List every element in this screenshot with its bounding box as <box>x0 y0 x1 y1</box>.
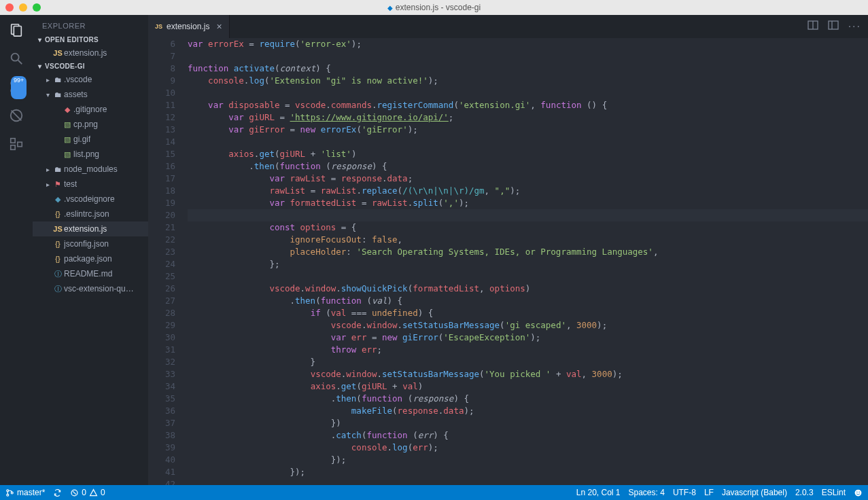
tree-item-assets[interactable]: ▾🖿assets <box>33 87 148 102</box>
editor-layout-icon[interactable] <box>828 20 839 33</box>
eol[interactable]: LF <box>704 488 714 497</box>
tab-extension-js[interactable]: JS extension.js × <box>148 15 230 38</box>
more-icon[interactable]: ··· <box>848 20 861 33</box>
close-icon[interactable]: × <box>216 21 222 32</box>
problems-item[interactable]: 0 0 <box>70 488 105 497</box>
code-line[interactable]: if (val === undefined) { <box>188 307 868 319</box>
sync-item[interactable] <box>53 488 62 497</box>
line-number: 16 <box>148 160 175 173</box>
eslint[interactable]: ESLint <box>822 488 846 497</box>
code-line[interactable]: const options = { <box>188 221 868 234</box>
code-line[interactable]: console.log(err); <box>188 442 868 454</box>
line-number: 12 <box>148 111 175 124</box>
code-line[interactable]: }); <box>188 466 868 478</box>
tree-item-package-json[interactable]: {}package.json <box>33 251 148 266</box>
img-icon: ▧ <box>61 150 73 159</box>
code-line[interactable]: .then(function (response) { <box>188 393 868 405</box>
code-line[interactable]: placeHolder: 'Search Operating Systems, … <box>188 246 868 258</box>
window-maximize-button[interactable] <box>33 3 41 12</box>
code-line[interactable]: }) <box>188 417 868 429</box>
line-number: 36 <box>148 405 175 417</box>
code-line[interactable]: .then(function (val) { <box>188 295 868 307</box>
tree-item--vscodeignore[interactable]: ◆.vscodeignore <box>33 192 148 207</box>
language-mode[interactable]: Javascript (Babel) <box>722 488 787 497</box>
code-line[interactable] <box>188 209 868 221</box>
line-number: 42 <box>148 478 175 485</box>
search-icon[interactable] <box>8 50 24 67</box>
svg-rect-9 <box>11 139 15 143</box>
open-editors-header[interactable]: ▾ OPEN EDITORS <box>33 34 148 46</box>
project-header[interactable]: ▾ VSCODE-GI <box>33 60 148 72</box>
open-editor-label: extension.js <box>64 48 107 58</box>
code-line[interactable]: var formattedList = rawList.split(','); <box>188 197 868 209</box>
code-line[interactable]: function activate(context) { <box>188 62 868 75</box>
line-number: 9 <box>148 75 175 87</box>
code-line[interactable]: throw err; <box>188 344 868 356</box>
folder-icon: 🖿 <box>52 165 64 173</box>
tree-item-gi-gif[interactable]: ▧gi.gif <box>33 132 148 147</box>
tree-item-jsconfig-json[interactable]: {}jsconfig.json <box>33 236 148 251</box>
img-icon: ▧ <box>61 135 73 144</box>
twisty-icon: ▸ <box>44 181 52 188</box>
code-line[interactable]: }); <box>188 454 868 466</box>
extensions-icon[interactable] <box>8 136 24 152</box>
window-minimize-button[interactable] <box>19 3 27 12</box>
twisty-icon: ▾ <box>44 91 52 99</box>
debug-icon[interactable] <box>8 107 24 124</box>
window-close-button[interactable] <box>5 3 14 12</box>
tree-item-vsc-extension-qu-[interactable]: Ⓘvsc-extension-qu… <box>33 281 148 296</box>
tree-item-node-modules[interactable]: ▸🖿node_modules <box>33 162 148 177</box>
tree-item-test[interactable]: ▸⚑test <box>33 177 148 192</box>
tree-item-readme-md[interactable]: ⒾREADME.md <box>33 266 148 281</box>
code-editor[interactable]: 6789101112131415161718192021222324252627… <box>148 38 868 485</box>
tree-item-label: jsconfig.json <box>64 239 109 249</box>
line-number: 14 <box>148 136 175 148</box>
code-line[interactable]: } <box>188 356 868 368</box>
code-line[interactable]: var disposable = vscode.commands.registe… <box>188 99 868 111</box>
tree-item--eslintrc-json[interactable]: {}.eslintrc.json <box>33 207 148 221</box>
code-line[interactable]: rawList = rawList.replace(/(\r\n|\n|\r)/… <box>188 185 868 197</box>
code-line[interactable]: vscode.window.showQuickPick(formattedLis… <box>188 283 868 295</box>
code-line[interactable]: var err = new giError('EscapeException')… <box>188 332 868 344</box>
encoding[interactable]: UTF-8 <box>673 488 696 497</box>
code-line[interactable]: makeFile(response.data); <box>188 405 868 417</box>
code-line[interactable]: console.log('Extension "gi" is now activ… <box>188 75 868 87</box>
code-line[interactable]: vscode.window.setStatusBarMessage('gi es… <box>188 319 868 332</box>
explorer-icon[interactable] <box>8 22 24 38</box>
code-line[interactable]: .catch(function (err) { <box>188 429 868 442</box>
code-line[interactable]: vscode.window.setStatusBarMessage('You p… <box>188 368 868 380</box>
tree-item-cp-png[interactable]: ▧cp.png <box>33 117 148 132</box>
branch-item[interactable]: master* <box>5 488 45 497</box>
cursor-position[interactable]: Ln 20, Col 1 <box>576 488 621 497</box>
tree-item--gitignore[interactable]: ◆.gitignore <box>33 102 148 117</box>
code-line[interactable]: .then(function (response) { <box>188 160 868 173</box>
code-line[interactable]: axios.get(giURL + 'list') <box>188 148 868 160</box>
code-line[interactable]: }; <box>188 258 868 270</box>
tree-item--vscode[interactable]: ▸🖿.vscode <box>33 72 148 87</box>
code-line[interactable]: ignoreFocusOut: false, <box>188 234 868 246</box>
code-line[interactable] <box>188 478 868 485</box>
code-line[interactable]: axios.get(giURL + val) <box>188 380 868 393</box>
tree-item-label: list.png <box>73 149 99 159</box>
code-line[interactable]: var giURL = 'https://www.gitignore.io/ap… <box>188 111 868 124</box>
split-editor-icon[interactable] <box>808 20 818 33</box>
feedback-icon[interactable] <box>854 488 863 497</box>
tree-item-list-png[interactable]: ▧list.png <box>33 147 148 162</box>
version[interactable]: 2.0.3 <box>795 488 814 497</box>
tree-item-extension-js[interactable]: JSextension.js <box>33 221 148 236</box>
code-line[interactable] <box>188 50 868 62</box>
warning-count: 0 <box>101 488 105 497</box>
code-line[interactable]: var errorEx = require('error-ex'); <box>188 38 868 50</box>
code-line[interactable] <box>188 270 868 283</box>
code-line[interactable]: var rawList = response.data; <box>188 173 868 185</box>
tree-item-label: .vscode <box>64 75 92 84</box>
line-number: 8 <box>148 62 175 75</box>
indentation[interactable]: Spaces: 4 <box>629 488 665 497</box>
tree-item-label: test <box>64 179 77 189</box>
source-control-icon[interactable]: 99+ <box>8 79 24 95</box>
open-editor-item[interactable]: JS extension.js <box>33 46 148 60</box>
code-line[interactable]: var giError = new errorEx('giError'); <box>188 124 868 136</box>
code-line[interactable] <box>188 136 868 148</box>
code-line[interactable] <box>188 87 868 99</box>
svg-rect-11 <box>18 142 22 146</box>
